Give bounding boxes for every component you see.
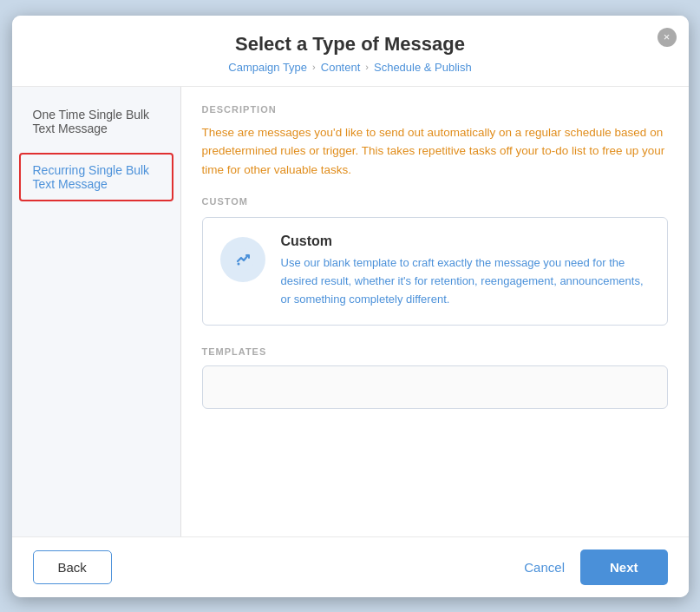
custom-label: CUSTOM <box>202 196 668 207</box>
sidebar-item-recurring[interactable]: Recurring Single Bulk Text Message <box>19 153 173 201</box>
modal-body: One Time Single Bulk Text Message Recurr… <box>12 87 689 536</box>
custom-card-description: Use our blank template to craft exactly … <box>281 254 650 308</box>
modal-header: Select a Type of Message Campaign Type ›… <box>12 16 689 87</box>
modal-title: Select a Type of Message <box>29 33 671 56</box>
back-button[interactable]: Back <box>33 550 112 584</box>
breadcrumb-sep-2: › <box>365 62 369 72</box>
modal-footer: Back Cancel Next <box>12 536 689 597</box>
templates-placeholder <box>202 365 668 409</box>
custom-card[interactable]: Custom Use our blank template to craft e… <box>202 217 668 325</box>
description-label: DESCRIPTION <box>202 104 668 115</box>
svg-point-1 <box>237 263 239 266</box>
footer-right-actions: Cancel Next <box>524 549 667 585</box>
breadcrumb-content[interactable]: Content <box>321 61 361 74</box>
breadcrumb-sep-1: › <box>312 62 316 72</box>
custom-card-title: Custom <box>281 234 650 249</box>
custom-card-content: Custom Use our blank template to craft e… <box>281 234 650 308</box>
breadcrumb-schedule[interactable]: Schedule & Publish <box>374 61 472 74</box>
close-button[interactable]: × <box>657 28 677 47</box>
description-text: These are messages you'd like to send ou… <box>202 123 668 180</box>
sidebar: One Time Single Bulk Text Message Recurr… <box>12 87 181 536</box>
sidebar-item-one-time[interactable]: One Time Single Bulk Text Message <box>19 97 173 146</box>
modal-overlay: Select a Type of Message Campaign Type ›… <box>0 0 700 612</box>
cancel-button[interactable]: Cancel <box>524 560 565 575</box>
breadcrumb-campaign-type[interactable]: Campaign Type <box>228 61 307 74</box>
next-button[interactable]: Next <box>580 549 668 585</box>
main-content: DESCRIPTION These are messages you'd lik… <box>181 87 689 536</box>
modal-container: Select a Type of Message Campaign Type ›… <box>12 16 689 597</box>
breadcrumb: Campaign Type › Content › Schedule & Pub… <box>29 61 671 74</box>
templates-label: TEMPLATES <box>202 346 668 357</box>
custom-icon <box>220 237 265 282</box>
